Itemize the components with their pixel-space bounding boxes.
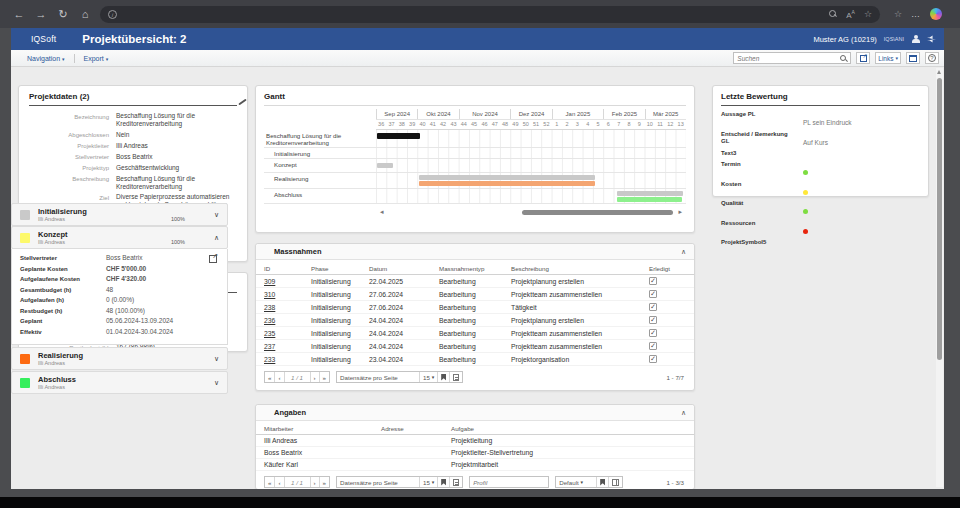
forward-icon[interactable]: → [32, 0, 50, 28]
table-row[interactable]: Boss Beatrix Projektleiter-Stellvertretu… [256, 447, 694, 459]
table-row[interactable]: Käufer Karl Projektmitarbeit [256, 459, 694, 471]
gantt-bar[interactable] [617, 197, 682, 202]
scrollbar-thumb[interactable] [937, 78, 942, 360]
prev-page-button[interactable]: ‹ [274, 477, 283, 487]
phase-realisierung-header[interactable]: Realisierung Illi Andreas ∨ [11, 347, 228, 370]
search-input[interactable] [737, 55, 837, 62]
gantt-scroll-track[interactable] [387, 210, 676, 215]
more-options-icon[interactable]: … [911, 9, 921, 19]
bookmark-button[interactable] [437, 477, 449, 487]
last-page-button[interactable]: » [319, 372, 329, 382]
gantt-bar[interactable] [617, 191, 683, 196]
back-icon[interactable]: ← [10, 0, 28, 28]
column-header[interactable]: Datum [369, 265, 439, 272]
search-icon[interactable] [839, 54, 847, 62]
table-row[interactable]: 233 Initialisierung 23.04.2024 Bearbeitu… [256, 353, 694, 366]
address-bar[interactable]: i AA ☆ [100, 6, 880, 23]
gantt-scroll-thumb[interactable] [522, 210, 672, 215]
collapse-chevron-icon[interactable]: ∧ [214, 234, 219, 242]
table-row[interactable]: Illi Andreas Projektleitung [256, 435, 694, 447]
logout-icon[interactable] [927, 35, 936, 43]
gantt-bar[interactable] [377, 133, 420, 139]
menu-export[interactable]: Export ▾ [84, 55, 109, 62]
first-page-button[interactable]: « [265, 372, 274, 382]
expand-chevron-icon[interactable]: ∨ [214, 379, 219, 387]
row-id-link[interactable]: 309 [264, 278, 311, 285]
bookmark-button[interactable] [596, 477, 608, 487]
erledigt-checkbox[interactable]: ✓ [649, 342, 657, 350]
scroll-up-icon[interactable] [937, 70, 941, 74]
prev-page-button[interactable]: ‹ [274, 372, 283, 382]
copilot-icon[interactable] [930, 8, 942, 20]
calendar-button[interactable] [906, 52, 920, 64]
row-id-link[interactable]: 238 [264, 304, 311, 311]
column-header[interactable]: Massnahmentyp [439, 265, 511, 272]
row-id-link[interactable]: 310 [264, 291, 311, 298]
help-button[interactable]: ? [925, 52, 939, 64]
expand-chevron-icon[interactable]: ∨ [214, 355, 219, 363]
export-button[interactable] [449, 477, 462, 487]
angaben-header[interactable]: Angaben ∧ [256, 405, 694, 421]
bookmark-button[interactable] [437, 372, 449, 382]
next-page-button[interactable]: › [310, 477, 319, 487]
gantt-bar[interactable] [419, 181, 595, 186]
row-id-link[interactable]: 233 [264, 356, 311, 363]
row-id-link[interactable]: 237 [264, 343, 311, 350]
per-page-select[interactable]: 15 ▾ [419, 372, 437, 382]
open-record-icon[interactable] [209, 255, 217, 263]
collections-icon[interactable]: ☆ [894, 9, 902, 19]
first-page-button[interactable]: « [265, 477, 274, 487]
table-row[interactable]: 235 Initialisierung 24.04.2024 Bearbeitu… [256, 327, 694, 340]
row-id-link[interactable]: 236 [264, 317, 311, 324]
refresh-icon[interactable]: ↻ [54, 0, 72, 28]
home-icon[interactable]: ⌂ [76, 0, 94, 28]
profile-select[interactable]: Default ▾ [556, 477, 596, 487]
table-row[interactable]: 238 Initialisierung 27.06.2024 Bearbeitu… [256, 301, 694, 314]
collapse-chevron-icon[interactable]: ∧ [681, 248, 686, 255]
column-header[interactable]: Aufgabe [451, 425, 694, 432]
field-row: Projektleiter Illi Andreas [29, 142, 237, 151]
export-button[interactable] [449, 372, 462, 382]
row-id-link[interactable]: 235 [264, 330, 311, 337]
table-row[interactable]: 309 Initialisierung 22.04.2025 Bearbeitu… [256, 275, 694, 288]
collapse-chevron-icon[interactable]: ∧ [681, 409, 686, 416]
erledigt-checkbox[interactable]: ✓ [649, 316, 657, 324]
per-page-select[interactable]: 15 ▾ [419, 477, 437, 487]
zoom-out-icon[interactable] [829, 10, 837, 18]
profil-input[interactable] [469, 476, 549, 488]
column-header[interactable]: Phase [311, 265, 369, 272]
column-header[interactable]: Mitarbeiter [264, 425, 381, 432]
column-header[interactable]: ID [264, 265, 311, 272]
column-header[interactable]: Erledigt [649, 265, 694, 272]
table-row[interactable]: 237 Initialisierung 24.04.2024 Bearbeitu… [256, 340, 694, 353]
links-menu[interactable]: Links ▾ [875, 52, 901, 64]
info-icon[interactable]: i [108, 10, 117, 19]
phase-initialisierung-header[interactable]: Initialisierung Illi Andreas 100% ∨ [11, 203, 228, 226]
phase-konzept-header[interactable]: Konzept Illi Andreas 100% ∧ [11, 226, 228, 249]
columns-button[interactable] [608, 477, 622, 487]
scroll-right-icon[interactable]: ▸ [678, 209, 682, 215]
erledigt-checkbox[interactable]: ✓ [649, 277, 657, 285]
column-header[interactable]: Adresse [381, 425, 451, 432]
gantt-bar[interactable] [419, 175, 595, 180]
scroll-left-icon[interactable]: ◂ [380, 209, 384, 215]
gantt-bar[interactable] [377, 163, 393, 168]
column-header[interactable]: Beschreibung [511, 265, 649, 272]
erledigt-checkbox[interactable]: ✓ [649, 329, 657, 337]
last-page-button[interactable]: » [319, 477, 329, 487]
table-row[interactable]: 236 Initialisierung 24.04.2024 Bearbeitu… [256, 314, 694, 327]
text-size-icon[interactable]: AA [846, 9, 855, 20]
table-row[interactable]: 310 Initialisierung 27.06.2024 Bearbeitu… [256, 288, 694, 301]
next-page-button[interactable]: › [310, 372, 319, 382]
erledigt-checkbox[interactable]: ✓ [649, 290, 657, 298]
massnahmen-header[interactable]: Massnahmen ∧ [256, 244, 694, 260]
vertical-scrollbar[interactable] [936, 68, 943, 487]
favorite-star-icon[interactable]: ☆ [864, 9, 872, 19]
phase-abschluss-header[interactable]: Abschluss Illi Andreas ∨ [11, 371, 228, 394]
menu-navigation[interactable]: Navigation ▾ [27, 55, 65, 62]
open-external-button[interactable] [856, 52, 870, 64]
erledigt-checkbox[interactable]: ✓ [649, 355, 657, 363]
expand-chevron-icon[interactable]: ∨ [214, 211, 219, 219]
user-icon[interactable] [911, 35, 920, 44]
erledigt-checkbox[interactable]: ✓ [649, 303, 657, 311]
